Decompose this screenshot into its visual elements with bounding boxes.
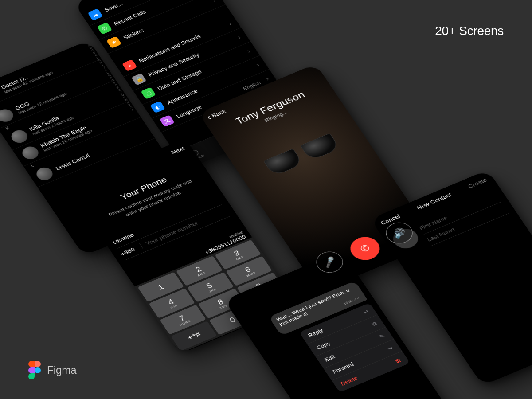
- menu-icon: ↪: [386, 345, 394, 352]
- key-digit: 2: [194, 265, 203, 273]
- settings-icon: ◐: [150, 101, 165, 113]
- last-name-field[interactable]: Last Name: [424, 202, 509, 246]
- avatar-icon: [20, 145, 41, 161]
- settings-icon: ♪: [122, 59, 137, 72]
- avatar-icon: [34, 165, 55, 182]
- menu-label: Reply: [307, 328, 324, 338]
- create-button[interactable]: Create: [467, 177, 488, 189]
- avatar-icon: [8, 128, 30, 145]
- key-digit: +*#: [186, 330, 202, 341]
- new-contact-title: New Contact: [415, 192, 453, 211]
- key-digit: 1: [156, 283, 165, 291]
- settings-icon: ⬚: [141, 87, 156, 99]
- hangup-icon: ✆: [358, 243, 372, 254]
- menu-label: Copy: [315, 340, 331, 350]
- end-call-button[interactable]: ✆: [345, 233, 385, 264]
- key-letters: DEF: [235, 255, 245, 261]
- keypad-key[interactable]: 1: [137, 272, 184, 302]
- avatar-icon: [0, 107, 16, 124]
- settings-icon: ✆: [97, 22, 112, 35]
- menu-icon: ↩: [362, 309, 370, 316]
- settings-icon: ☁: [87, 8, 103, 21]
- settings-icon: 文: [159, 115, 175, 127]
- settings-icon: 🔒: [131, 73, 147, 86]
- menu-label: Delete: [340, 375, 359, 387]
- menu-icon: ✎: [378, 333, 386, 340]
- settings-icon: ★: [106, 36, 121, 49]
- menu-icon: 🗑: [394, 357, 403, 364]
- context-menu: Reply↩Copy⧉Edit✎Forward↪Delete🗑: [299, 303, 410, 392]
- menu-label: Edit: [323, 354, 336, 363]
- dial-code[interactable]: +380: [119, 243, 143, 257]
- key-letters: JKL: [208, 288, 217, 293]
- menu-icon: ⧉: [371, 321, 378, 328]
